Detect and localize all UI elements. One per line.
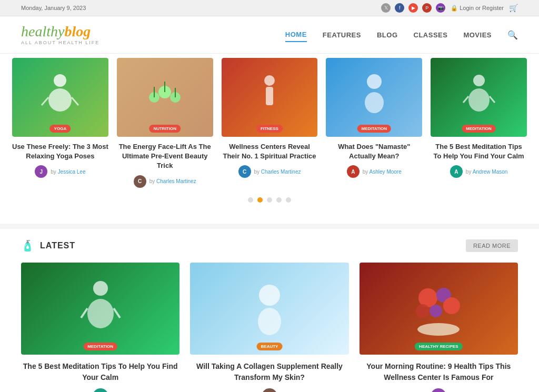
dot-2[interactable] bbox=[257, 197, 263, 203]
slide-title-5: The 5 Best Meditation Tips To Help You F… bbox=[431, 142, 527, 161]
slider-section: YOGA Use These Freely: The 3 Most Relaxi… bbox=[0, 54, 539, 224]
latest-img-3 bbox=[360, 263, 518, 355]
author-name-1: by Jessica Lee bbox=[51, 169, 85, 175]
svg-point-14 bbox=[473, 75, 485, 86]
search-button[interactable]: 🔍 bbox=[507, 30, 518, 40]
login-link[interactable]: Login bbox=[460, 5, 474, 11]
slide-card-4: MEDITATION What Does "Namaste" Actually … bbox=[322, 54, 426, 192]
slide-badge-1: YOGA bbox=[50, 125, 71, 133]
slide-img-wrap-1: YOGA bbox=[12, 58, 108, 137]
dot-4[interactable] bbox=[276, 197, 282, 203]
youtube-icon[interactable]: ▶ bbox=[408, 3, 418, 13]
latest-img-wrap-3: HEALTHY RECIPES bbox=[360, 263, 518, 355]
latest-avatar-3: J bbox=[431, 388, 446, 392]
logo-blog: blog bbox=[64, 23, 91, 39]
slide-title-4: What Does "Namaste" Actually Mean? bbox=[326, 142, 422, 161]
slide-card-1: YOGA Use These Freely: The 3 Most Relaxi… bbox=[8, 54, 113, 192]
logo-healthy: healthy bbox=[21, 23, 64, 39]
latest-title-1: The 5 Best Meditation Tips To Help You F… bbox=[21, 361, 179, 383]
slide-img-wrap-2: NUTRITION bbox=[117, 58, 213, 137]
logo-sub: ALL ABOUT HEALTH LIFE bbox=[21, 40, 99, 45]
slider-dots bbox=[8, 192, 531, 213]
svg-point-18 bbox=[93, 281, 108, 296]
author-avatar-1: J bbox=[35, 165, 47, 178]
author-name-5: by Andrew Mason bbox=[466, 169, 508, 175]
top-bar-right: 𝕏 f ▶ P 📷 🔒 Login or Register 🛒 bbox=[381, 3, 518, 13]
cart-icon[interactable]: 🛒 bbox=[509, 4, 518, 12]
slide-img-wrap-4: MEDITATION bbox=[326, 58, 422, 137]
svg-point-12 bbox=[367, 74, 382, 89]
slide-badge-3: FITNESS bbox=[256, 125, 283, 133]
read-more-button[interactable]: READ MORE bbox=[466, 239, 518, 252]
author-avatar-2: C bbox=[134, 175, 146, 188]
slide-badge-2: NUTRITION bbox=[149, 125, 181, 133]
slide-author-2: C by Charles Martinez bbox=[117, 175, 213, 188]
nav: HOME FEATURES BLOG CLASSES MOVIES 🔍 bbox=[285, 28, 518, 42]
slide-title-1: Use These Freely: The 3 Most Relaxing Yo… bbox=[12, 142, 108, 161]
svg-line-17 bbox=[490, 96, 495, 103]
svg-line-2 bbox=[42, 97, 48, 105]
top-bar: Monday, January 9, 2023 𝕏 f ▶ P 📷 🔒 Logi… bbox=[0, 0, 539, 16]
slide-card-5: MEDITATION The 5 Best Meditation Tips To… bbox=[426, 54, 531, 192]
twitter-icon[interactable]: 𝕏 bbox=[381, 3, 391, 13]
facebook-icon[interactable]: f bbox=[395, 3, 404, 13]
flask-icon: 🧴 bbox=[21, 239, 35, 252]
svg-point-15 bbox=[468, 88, 490, 112]
section-header: 🧴 LATEST READ MORE bbox=[21, 239, 518, 252]
latest-card-3: HEALTHY RECIPES Your Morning Routine: 9 … bbox=[360, 263, 518, 392]
author-avatar-5: A bbox=[450, 165, 463, 178]
latest-img-wrap-2: BEAUTY bbox=[190, 263, 348, 355]
social-icons: 𝕏 f ▶ P 📷 bbox=[381, 3, 445, 13]
latest-img-wrap-1: MEDITATION bbox=[21, 263, 179, 355]
latest-author-1: A by Andrew Mason June 8, 2017 bbox=[21, 388, 179, 392]
latest-cards: MEDITATION The 5 Best Meditation Tips To… bbox=[21, 263, 518, 392]
logo: healthyblog ALL ABOUT HEALTH LIFE bbox=[21, 24, 99, 45]
svg-point-0 bbox=[54, 74, 66, 87]
latest-badge-2: BEAUTY bbox=[257, 343, 283, 350]
slide-title-3: Wellness Centers Reveal Their No. 1 Spir… bbox=[222, 142, 318, 161]
svg-point-22 bbox=[259, 285, 280, 306]
dot-5[interactable] bbox=[286, 197, 291, 203]
latest-title-3: Your Morning Routine: 9 Health Tips This… bbox=[360, 361, 518, 383]
svg-rect-11 bbox=[266, 87, 273, 105]
slide-author-3: C by Charles Martinez bbox=[222, 165, 318, 178]
date-label: Monday, January 9, 2023 bbox=[21, 5, 86, 11]
svg-point-13 bbox=[365, 92, 384, 113]
nav-classes[interactable]: CLASSES bbox=[414, 28, 448, 42]
logo-text: healthyblog bbox=[21, 24, 91, 39]
nav-movies[interactable]: MOVIES bbox=[463, 28, 492, 42]
svg-point-23 bbox=[258, 308, 281, 335]
author-name-4: by Ashley Moore bbox=[363, 169, 402, 175]
latest-author-3: J by Jessica Lee June 6, 2017 bbox=[360, 388, 518, 392]
dot-3[interactable] bbox=[267, 197, 272, 203]
slide-card-3: FITNESS Wellness Centers Reveal Their No… bbox=[217, 54, 322, 192]
slide-img-wrap-3: FITNESS bbox=[222, 58, 318, 137]
slide-title-2: The Energy Face-Lift As The Ultimate Pre… bbox=[117, 142, 213, 171]
nav-home[interactable]: HOME bbox=[285, 28, 307, 42]
slide-author-4: A by Ashley Moore bbox=[326, 165, 422, 178]
slide-author-1: J by Jessica Lee bbox=[12, 165, 108, 178]
header: healthyblog ALL ABOUT HEALTH LIFE HOME F… bbox=[0, 16, 539, 54]
slide-author-5: A by Andrew Mason bbox=[431, 165, 527, 178]
register-link[interactable]: Register bbox=[482, 5, 504, 11]
instagram-icon[interactable]: 📷 bbox=[436, 3, 445, 13]
latest-card-2: BEAUTY Will Taking A Collagen Supplement… bbox=[190, 263, 348, 392]
svg-point-1 bbox=[48, 88, 72, 112]
slide-badge-5: MEDITATION bbox=[462, 125, 496, 133]
svg-line-16 bbox=[463, 96, 468, 103]
svg-point-28 bbox=[416, 304, 430, 318]
latest-card-1: MEDITATION The 5 Best Meditation Tips To… bbox=[21, 263, 179, 392]
latest-img-2 bbox=[190, 263, 348, 355]
nav-blog[interactable]: BLOG bbox=[377, 28, 398, 42]
latest-author-2: S by Simon Walters June 7, 2017 bbox=[190, 388, 348, 392]
svg-point-10 bbox=[264, 75, 275, 86]
svg-line-21 bbox=[114, 308, 120, 318]
author-name-3: by Charles Martinez bbox=[254, 169, 301, 175]
dot-1[interactable] bbox=[248, 197, 253, 203]
nav-features[interactable]: FEATURES bbox=[323, 28, 361, 42]
svg-point-29 bbox=[417, 323, 460, 336]
latest-badge-3: HEALTHY RECIPES bbox=[415, 343, 462, 350]
svg-line-3 bbox=[72, 97, 78, 105]
pinterest-icon[interactable]: P bbox=[422, 3, 432, 13]
author-avatar-4: A bbox=[347, 165, 360, 178]
